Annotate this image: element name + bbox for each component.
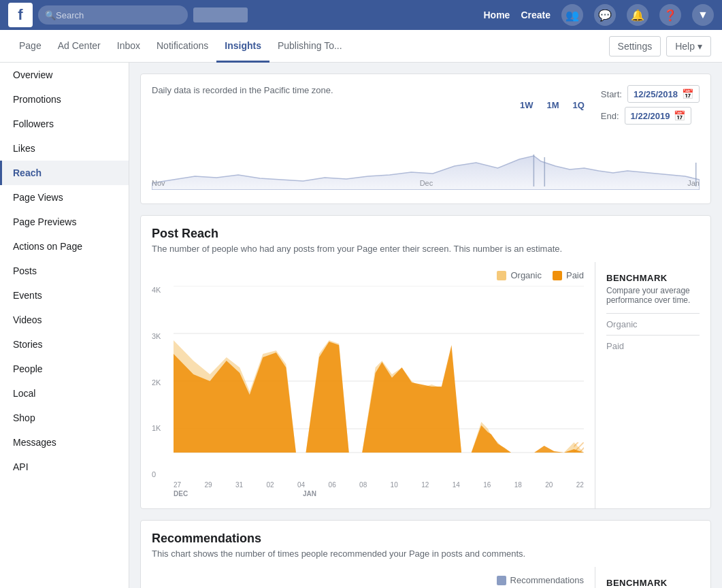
legend-paid: Paid <box>553 270 584 280</box>
start-date-picker[interactable]: 12/25/2018 📅 <box>627 85 700 103</box>
nav-right-links: Home Create 👥 💬 🔔 ❓ ▼ <box>484 4 715 26</box>
overview-mini-chart: Nov Dec Jan <box>141 135 710 190</box>
x-label-16: 16 <box>483 481 491 489</box>
recommendations-description: This chart shows the number of times peo… <box>152 549 700 559</box>
benchmark-title: BENCHMARK <box>606 273 700 283</box>
sidebar-item-likes[interactable]: Likes <box>0 136 129 161</box>
create-link[interactable]: Create <box>521 10 551 20</box>
chart-label-dec: Dec <box>420 179 433 187</box>
reach-chart-wrapper: 4K 3K 2K 1K 0 <box>152 286 584 497</box>
settings-button[interactable]: Settings <box>609 36 661 56</box>
recommendations-chart-main: Recommendations 1 <box>141 567 595 588</box>
chart-label-nov: Nov <box>152 179 165 187</box>
help-icon[interactable]: ❓ <box>659 4 681 26</box>
benchmark-organic: Organic <box>606 313 700 335</box>
x-label-04: 04 <box>297 481 305 489</box>
messenger-icon[interactable]: 💬 <box>594 4 616 26</box>
x-label-29: 29 <box>205 481 212 489</box>
search-input[interactable] <box>56 10 178 20</box>
time-btn-1w[interactable]: 1W <box>514 99 539 112</box>
main-content: Daily data is recorded in the Pacific ti… <box>129 63 722 588</box>
y-label-0: 0 <box>152 470 161 478</box>
page-nav-publishing[interactable]: Publishing To... <box>269 30 350 63</box>
recommendations-benchmark: BENCHMARK Compare your average performan… <box>595 567 710 588</box>
post-reach-chart-container: Organic Paid 4K 3K 2K <box>141 262 710 508</box>
top-navigation: f 🔍 Home Create 👥 💬 🔔 ❓ ▼ <box>0 0 722 30</box>
sidebar-item-videos[interactable]: Videos <box>0 308 129 332</box>
page-nav-page[interactable]: Page <box>11 30 50 63</box>
page-navigation: Page Ad Center Inbox Notifications Insig… <box>0 30 722 63</box>
page-nav-ad-center[interactable]: Ad Center <box>50 30 109 63</box>
post-reach-description: The number of people who had any posts f… <box>152 244 700 254</box>
legend-organic: Organic <box>497 270 542 280</box>
sidebar-item-local[interactable]: Local <box>0 381 129 406</box>
help-button[interactable]: Help ▾ <box>666 36 711 56</box>
recommendations-title: Recommendations <box>152 532 700 546</box>
date-range-card: Daily data is recorded in the Pacific ti… <box>140 74 711 204</box>
sidebar-item-shop[interactable]: Shop <box>0 406 129 430</box>
y-label-2k: 2K <box>152 378 161 387</box>
end-label: End: <box>601 111 619 121</box>
x-label-08: 08 <box>359 481 367 489</box>
main-layout: Overview Promotions Followers Likes Reac… <box>0 63 722 588</box>
notifications-icon[interactable]: 🔔 <box>627 4 649 26</box>
x-label-27: 27 <box>174 481 181 489</box>
time-btn-1m[interactable]: 1M <box>541 99 564 112</box>
x-label-31: 31 <box>235 481 243 489</box>
sidebar-item-messages[interactable]: Messages <box>0 430 129 455</box>
post-reach-chart-main: Organic Paid 4K 3K 2K <box>141 262 595 508</box>
organic-dot <box>497 271 506 280</box>
recommendations-card: Recommendations This chart shows the num… <box>140 520 711 588</box>
people-icon[interactable]: 👥 <box>561 4 583 26</box>
svg-rect-9 <box>574 442 584 453</box>
chevron-down-icon: ▾ <box>698 41 702 52</box>
x-label-22: 22 <box>576 481 584 489</box>
post-reach-header: Post Reach The number of people who had … <box>141 216 710 262</box>
x-label-12: 12 <box>421 481 429 489</box>
sidebar-item-overview[interactable]: Overview <box>0 63 129 87</box>
page-nav-right: Settings Help ▾ <box>609 36 711 56</box>
sidebar-item-page-previews[interactable]: Page Previews <box>0 210 129 234</box>
reach-svg-chart <box>174 286 584 476</box>
x-label-20: 20 <box>545 481 553 489</box>
date-controls: 1W 1M 1Q Start: 12/25/2018 📅 <box>514 85 700 125</box>
account-menu-icon[interactable]: ▼ <box>692 4 714 26</box>
page-nav-insights[interactable]: Insights <box>216 30 269 63</box>
end-date-picker[interactable]: 1/22/2019 📅 <box>625 107 692 125</box>
sidebar-item-actions-on-page[interactable]: Actions on Page <box>0 234 129 259</box>
y-label-3k: 3K <box>152 332 161 340</box>
start-label: Start: <box>601 89 622 99</box>
sidebar-item-api[interactable]: API <box>0 455 129 479</box>
start-date-value: 12/25/2018 <box>634 89 678 99</box>
sidebar-item-followers[interactable]: Followers <box>0 112 129 136</box>
sidebar-item-page-views[interactable]: Page Views <box>0 185 129 210</box>
page-nav-notifications[interactable]: Notifications <box>148 30 216 63</box>
search-bar[interactable]: 🔍 <box>38 5 188 24</box>
rec-benchmark-title: BENCHMARK <box>606 578 700 588</box>
sidebar-item-posts[interactable]: Posts <box>0 259 129 283</box>
recommendations-label: Recommendations <box>510 575 584 585</box>
time-btn-1q[interactable]: 1Q <box>568 99 590 112</box>
paid-label: Paid <box>566 270 584 280</box>
sidebar-item-reach[interactable]: Reach <box>0 161 129 185</box>
sidebar-item-promotions[interactable]: Promotions <box>0 87 129 112</box>
page-avatar-blurred <box>193 7 248 22</box>
sidebar-item-events[interactable]: Events <box>0 283 129 308</box>
calendar-end-icon: 📅 <box>674 110 685 121</box>
post-reach-title: Post Reach <box>152 227 700 241</box>
page-nav-inbox[interactable]: Inbox <box>109 30 148 63</box>
recommendations-dot <box>497 576 506 585</box>
search-icon: 🔍 <box>45 10 56 20</box>
end-date-value: 1/22/2019 <box>631 111 670 121</box>
x-axis-labels: 27 29 31 02 04 06 08 10 12 14 16 18 <box>174 478 584 489</box>
benchmark-desc: Compare your average performance over ti… <box>606 286 700 305</box>
sidebar-item-stories[interactable]: Stories <box>0 332 129 357</box>
home-link[interactable]: Home <box>484 10 510 20</box>
paid-dot <box>553 271 562 280</box>
start-date-row: Start: 12/25/2018 📅 <box>601 85 700 103</box>
sidebar-item-people[interactable]: People <box>0 357 129 381</box>
legend-recommendations: Recommendations <box>497 575 584 585</box>
benchmark-paid: Paid <box>606 335 700 357</box>
recommendations-header: Recommendations This chart shows the num… <box>141 521 710 567</box>
x-label-10: 10 <box>391 481 398 489</box>
